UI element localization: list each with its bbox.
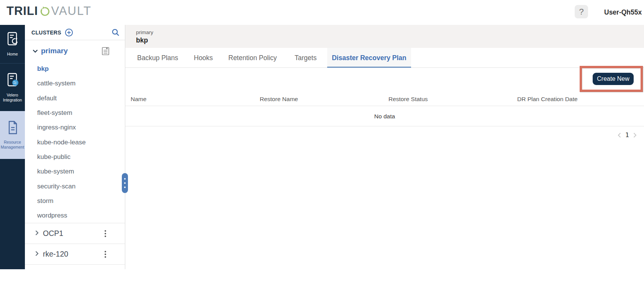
toolbar: Create New [125, 68, 644, 92]
cluster-menu-kebab-icon[interactable] [103, 229, 108, 239]
rail-label-resource-line1: Resource [4, 140, 21, 145]
namespace-item-default[interactable]: default [25, 91, 125, 106]
namespace-item-bkp[interactable]: bkp [25, 62, 125, 76]
namespace-item-kube-node-lease[interactable]: kube-node-lease [25, 135, 125, 149]
rail-item-home[interactable]: Home [0, 25, 25, 63]
home-icon [6, 31, 20, 48]
namespace-item-ingress-nginx[interactable]: ingress-nginx [25, 120, 125, 135]
velero-integration-icon [6, 72, 20, 89]
tab-hooks[interactable]: Hooks [194, 48, 213, 68]
add-cluster-button[interactable] [65, 28, 73, 37]
column-header-dr-plan-creation-date: DR Plan Creation Date [517, 92, 578, 106]
cluster-row-rke-120[interactable]: rke-120 [25, 244, 125, 264]
panel-resize-handle[interactable] [122, 173, 128, 193]
column-header-restore-name: Restore Name [260, 92, 298, 106]
chevron-right-icon [35, 251, 39, 258]
rail-label-velero-line1: Velero [7, 93, 18, 98]
cluster-name-ocp1: OCP1 [43, 229, 63, 238]
namespace-list: bkp cattle-system default fleet-system i… [25, 62, 125, 223]
top-bar: TRILI VAULT ? User-Qh55x [0, 0, 644, 25]
breadcrumb-cluster: primary [136, 29, 153, 35]
namespace-item-fleet-system[interactable]: fleet-system [25, 106, 125, 120]
breadcrumb-namespace: bkp [136, 36, 148, 44]
current-page-number[interactable]: 1 [625, 131, 629, 139]
table-header: Name Restore Name Restore Status DR Plan… [125, 92, 644, 106]
app-root: TRILI VAULT ? User-Qh55x [0, 0, 644, 306]
cluster-row-ocp1[interactable]: OCP1 [25, 223, 125, 244]
user-menu[interactable]: User-Qh55x [604, 0, 642, 25]
cluster-row-primary[interactable]: primary [25, 40, 125, 62]
rail-item-resource-management[interactable]: Resource Management [0, 111, 25, 159]
license-document-icon[interactable] [102, 47, 110, 56]
column-header-name: Name [131, 92, 146, 106]
chevron-right-icon [35, 230, 39, 237]
breadcrumb: primary bkp [125, 25, 644, 48]
pagination: 1 [617, 131, 637, 139]
search-clusters-button[interactable] [111, 28, 120, 36]
resource-management-icon [6, 120, 19, 136]
rail-item-velero-integration[interactable]: Velero Integration [0, 63, 25, 111]
next-page-icon[interactable] [633, 132, 637, 139]
clusters-panel: CLUSTERS primary [25, 25, 125, 269]
tab-retention-policy[interactable]: Retention Policy [228, 48, 277, 68]
table-empty-state: No data [125, 106, 644, 126]
clusters-panel-header: CLUSTERS [25, 25, 125, 40]
logo-circular-arrow-icon [38, 5, 51, 17]
cluster-name-rke-120: rke-120 [43, 250, 68, 259]
tab-bar: Backup Plans Hooks Retention Policy Targ… [125, 48, 644, 68]
namespace-item-kube-system[interactable]: kube-system [25, 164, 125, 179]
namespace-item-wordpress[interactable]: wordpress [25, 208, 125, 223]
tab-disaster-recovery-plan[interactable]: Disaster Recovery Plan [327, 48, 411, 68]
rail-label-home: Home [7, 52, 18, 57]
namespace-item-cattle-system[interactable]: cattle-system [25, 76, 125, 91]
namespace-item-storm[interactable]: storm [25, 194, 125, 208]
nav-rail: Home Velero Integration [0, 25, 25, 269]
tab-targets[interactable]: Targets [295, 48, 316, 68]
column-header-restore-status: Restore Status [388, 92, 428, 106]
triliovault-logo: TRILI VAULT [7, 4, 92, 18]
rail-label-velero-line2: Integration [3, 98, 22, 103]
tab-backup-plans[interactable]: Backup Plans [137, 48, 178, 68]
help-button[interactable]: ? [575, 5, 588, 18]
question-mark-icon: ? [579, 7, 583, 17]
previous-page-icon[interactable] [617, 132, 622, 139]
namespace-item-kube-public[interactable]: kube-public [25, 150, 125, 164]
cluster-name-primary: primary [41, 47, 68, 55]
chevron-down-icon [33, 47, 38, 54]
logo-text-vault: VAULT [51, 4, 92, 18]
rail-label-resource-line2: Management [1, 145, 24, 150]
main-content: primary bkp Backup Plans Hooks Retention… [125, 25, 644, 306]
logo-text-trili: TRILI [7, 4, 38, 18]
cluster-menu-kebab-icon[interactable] [103, 249, 108, 259]
divider [25, 264, 125, 265]
namespace-item-security-scan[interactable]: security-scan [25, 179, 125, 193]
clusters-title: CLUSTERS [31, 29, 61, 36]
create-new-button[interactable]: Create New [593, 73, 634, 85]
